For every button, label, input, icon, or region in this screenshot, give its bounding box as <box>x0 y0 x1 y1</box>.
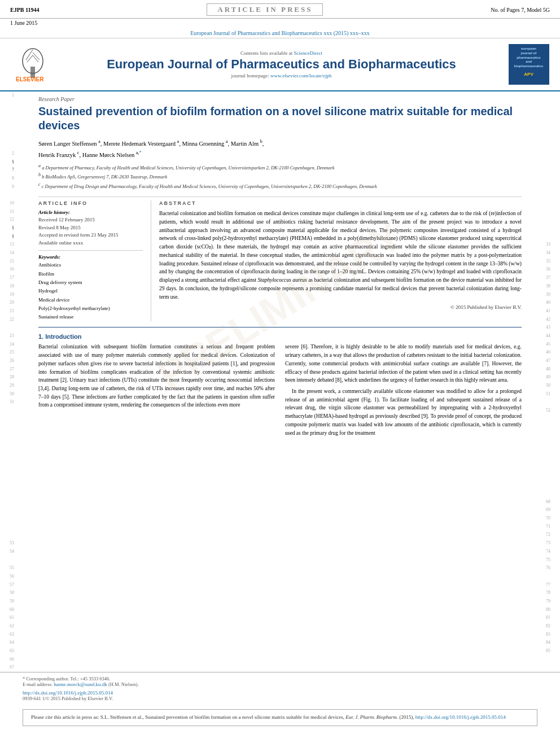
doi-line: http://dx.doi.org/10.1016/j.ejpb.2015.05… <box>23 690 537 696</box>
elsevier-logo: ELSEVIER <box>10 44 55 85</box>
keyword-6: Poly(2-hydroxyethyl methacrylate) <box>38 304 143 313</box>
revised-date: Revised 8 May 2015 <box>38 224 143 232</box>
abstract-heading: ABSTRACT <box>159 200 522 206</box>
email-line: E-mail address: hanne.morck@sund.ku.dk (… <box>23 682 537 687</box>
keyword-1: Antibiotics <box>38 261 143 269</box>
top-header: EJPB 11944 ARTICLE IN PRESS No. of Pages… <box>0 0 560 19</box>
fact-text: fact <box>177 394 185 400</box>
abstract-text: Bacterial colonization and biofilm forma… <box>159 209 522 301</box>
affiliation-a: a a Department of Pharmacy, Faculty of H… <box>38 163 522 172</box>
abstract-copyright: © 2015 Published by Elsevier B.V. <box>159 304 522 310</box>
outer-wrapper: 1 2 § 7 8 9 10 11 12 § § 13 14 15 16 17 … <box>0 91 560 672</box>
svg-line-5 <box>33 55 38 62</box>
article-info-heading: ARTICLE INFO <box>38 200 143 206</box>
keywords-heading: Keywords: <box>38 254 143 260</box>
intro-left-col: Bacterial colonization with subsequent b… <box>38 343 275 440</box>
keywords-list: Antibiotics Biofilm Drug delivery system… <box>38 261 143 321</box>
abstract-column: ABSTRACT Bacterial colonization and biof… <box>151 200 522 321</box>
research-paper-label: Research Paper <box>38 96 522 102</box>
journal-link-bar: European Journal of Pharmaceutics and Bi… <box>0 28 560 38</box>
available-online: Available online xxxx <box>38 239 143 247</box>
two-col-info-abstract: ARTICLE INFO Article history: Received 1… <box>38 196 522 321</box>
section-divider <box>38 327 522 327</box>
authors-line-2: Henrik Franzyk c, Hanne Mørck Nielsen a,… <box>38 150 522 160</box>
received-date: Received 12 February 2015 <box>38 216 143 224</box>
svg-text:ELSEVIER: ELSEVIER <box>16 76 44 82</box>
affiliation-b: b b BioModics ApS, Gregersensvej 7, DK-2… <box>38 172 522 181</box>
date-line: 1 June 2015 <box>0 19 560 28</box>
center-content: Research Paper Sustained prevention of b… <box>16 91 544 672</box>
article-title: Sustained prevention of biofilm formatio… <box>38 104 522 133</box>
journal-logo-box: europeanjournal ofpharmaceuticsandbiopha… <box>509 44 549 85</box>
sciencedirect-line: Contents lists available at ScienceDirec… <box>62 50 501 56</box>
keyword-5: Medical device <box>38 296 143 304</box>
issn-line: 0939-641 1/© 2015 Published by Elsevier … <box>23 696 537 701</box>
keyword-7: Sustained release <box>38 313 143 321</box>
intro-para-right-1: severe [6]. Therefore, it is highly desi… <box>285 343 522 385</box>
affiliation-c: c c Department of Drug Design and Pharma… <box>38 181 522 190</box>
journal-header: ELSEVIER Contents lists available at Sci… <box>0 38 560 91</box>
left-line-numbers: 1 2 § 7 8 9 10 11 12 § § 13 14 15 16 17 … <box>0 91 16 672</box>
intro-right-col: severe [6]. Therefore, it is highly desi… <box>285 343 522 440</box>
journal-title: European Journal of Pharmaceutics and Bi… <box>62 57 501 72</box>
article-info-column: ARTICLE INFO Article history: Received 1… <box>38 200 151 321</box>
intro-section-header: 1. Introduction <box>16 333 544 340</box>
corresponding-note: * Corresponding author. Tel.: +45 3533 6… <box>23 676 537 682</box>
keyword-2: Biofilm <box>38 270 143 278</box>
svg-line-4 <box>27 55 33 62</box>
intro-para-1: Bacterial colonization with subsequent b… <box>38 343 275 409</box>
body-two-col: Bacterial colonization with subsequent b… <box>16 343 544 440</box>
citation-box: Please cite this article in press as: S.… <box>23 709 537 726</box>
article-history-heading: Article history: <box>38 209 143 215</box>
journal-homepage: journal homepage: www.elsevier.com/locat… <box>62 73 501 78</box>
intro-para-right-2: In the present work, a commercially avai… <box>285 387 522 437</box>
right-line-numbers: 33 34 35 36 37 38 39 40 41 42 43 44 45 4… <box>544 91 560 672</box>
pages-info: No. of Pages 7, Model 5G <box>491 7 550 13</box>
keyword-3: Drug delivery system <box>38 278 143 287</box>
authors-line: Søren Langer Steffensen a, Merete Hedema… <box>38 138 522 148</box>
article-top: Research Paper Sustained prevention of b… <box>16 91 544 321</box>
keyword-4: Hydrogel <box>38 287 143 295</box>
footer-section: * Corresponding author. Tel.: +45 3533 6… <box>0 672 560 705</box>
article-in-press-banner: ARTICLE IN PRESS <box>207 3 323 16</box>
ejpb-id: EJPB 11944 <box>10 7 39 13</box>
journal-center: Contents lists available at ScienceDirec… <box>62 50 501 78</box>
accepted-date: Accepted in revised form 21 May 2015 <box>38 231 143 239</box>
affiliations: a a Department of Pharmacy, Faculty of H… <box>38 163 522 190</box>
journal-logo-right: europeanjournal ofpharmaceuticsandbiopha… <box>508 44 550 85</box>
introduction-title: 1. Introduction <box>38 333 522 340</box>
